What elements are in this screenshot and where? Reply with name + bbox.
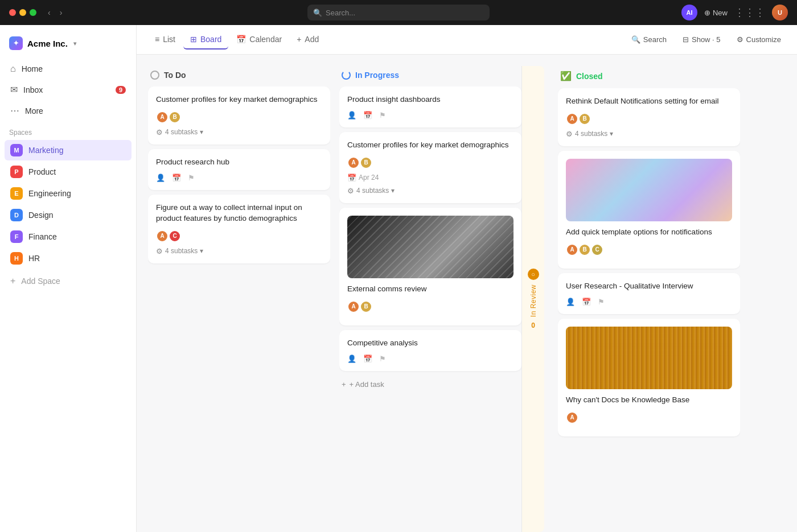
table-row[interactable]: Rethink Default Notifications setting fo…	[558, 88, 740, 146]
user-icon: 👤	[347, 111, 356, 119]
product-badge: P	[10, 166, 23, 178]
card-avatars: A B	[566, 113, 732, 125]
sidebar-item-design[interactable]: D Design	[5, 205, 132, 225]
table-row[interactable]: Customer profiles for key market demogra…	[339, 132, 521, 203]
topbar: ‹ › 🔍 Search... AI ⊕ New ⋮⋮⋮ U	[0, 0, 797, 25]
inbox-label: Inbox	[23, 85, 43, 94]
user-avatar[interactable]: U	[772, 5, 788, 20]
avatar: A	[566, 113, 578, 125]
table-row[interactable]: Product insight dashboards 👤 📅 ⚑	[339, 86, 521, 127]
calendar-icon: 📅	[582, 298, 591, 306]
column-inprogress-title: In Progress	[355, 71, 399, 80]
avatar: A	[566, 411, 578, 424]
table-row[interactable]: Add quick template options for notificat…	[558, 151, 740, 269]
board-tab-icon: ⊞	[190, 35, 197, 44]
card-title: Customer profiles for key market demogra…	[347, 140, 513, 151]
flag-icon: ⚑	[188, 174, 195, 182]
maximize-window-button[interactable]	[30, 9, 36, 16]
tab-list[interactable]: ≡ List	[148, 30, 182, 50]
card-image	[566, 327, 732, 389]
inbox-icon: ✉	[10, 84, 18, 95]
tab-calendar[interactable]: 📅 Calendar	[229, 30, 289, 50]
forward-button[interactable]: ›	[57, 7, 65, 18]
back-button[interactable]: ‹	[46, 7, 53, 18]
customize-action-icon: ⚙	[737, 35, 743, 44]
add-view-button[interactable]: + Add	[290, 30, 326, 50]
minimize-window-button[interactable]	[19, 9, 26, 16]
todo-cards-list: Customer profiles for key market demogra…	[148, 86, 330, 532]
sidebar-item-home[interactable]: ⌂ Home	[5, 59, 132, 79]
table-row[interactable]: Competitive analysis 👤 📅 ⚑	[339, 330, 521, 371]
sidebar-item-more[interactable]: ⋯ More	[5, 101, 132, 121]
table-row[interactable]: Figure out a way to collect internal inp…	[148, 195, 330, 263]
card-subtasks[interactable]: ⚙ 4 subtasks ▾	[347, 187, 513, 195]
show-action[interactable]: ⊟ Show · 5	[678, 32, 725, 47]
avatar: C	[169, 230, 181, 242]
assignee-meta: 👤	[347, 111, 356, 119]
view-toolbar: ≡ List ⊞ Board 📅 Calendar + Add �	[137, 25, 797, 55]
brand-logo[interactable]: ✦ Acme Inc. ▾	[0, 32, 136, 59]
card-subtasks[interactable]: ⚙ 4 subtasks ▾	[566, 130, 732, 138]
grid-icon[interactable]: ⋮⋮⋮	[734, 6, 765, 19]
in-review-label: In Review	[529, 284, 537, 317]
list-tab-icon: ≡	[155, 35, 159, 44]
main-layout: ✦ Acme Inc. ▾ ⌂ Home ✉ Inbox 9 ⋯ More Sp…	[0, 25, 797, 532]
flag-meta: ⚑	[379, 111, 386, 119]
in-review-count: 0	[531, 321, 535, 329]
sidebar-item-product[interactable]: P Product	[5, 162, 132, 182]
add-view-label: Add	[305, 35, 319, 44]
calendar-icon: 📅	[363, 354, 372, 363]
card-meta: 👤 📅 ⚑	[566, 298, 732, 306]
ai-button[interactable]: AI	[681, 5, 697, 20]
card-subtasks[interactable]: ⚙ 4 subtasks ▾	[156, 128, 322, 137]
date-meta: 📅	[363, 354, 372, 363]
table-row[interactable]: Customer profiles for key market demogra…	[148, 86, 330, 145]
card-title: Why can't Docs be Knowledge Base	[566, 395, 732, 406]
add-space-button[interactable]: + Add Space	[5, 272, 132, 290]
search-action[interactable]: 🔍 Search	[627, 32, 671, 47]
table-row[interactable]: Why can't Docs be Knowledge Base A	[558, 319, 740, 436]
show-action-label: Show · 5	[692, 35, 721, 44]
assignee-meta: 👤	[347, 354, 356, 363]
sidebar-item-finance[interactable]: F Finance	[5, 226, 132, 247]
flag-meta: ⚑	[598, 298, 605, 306]
column-todo-title: To Do	[164, 71, 186, 80]
customize-action[interactable]: ⚙ Customize	[732, 32, 786, 47]
add-task-button[interactable]: + + Add task	[339, 376, 521, 393]
card-title: Figure out a way to collect internal inp…	[156, 203, 322, 224]
chevron-down-icon: ▾	[200, 247, 203, 255]
list-tab-label: List	[163, 35, 175, 44]
show-action-icon: ⊟	[683, 35, 689, 44]
sidebar-item-hr[interactable]: H HR	[5, 248, 132, 269]
chevron-down-icon: ▾	[610, 130, 613, 138]
table-row[interactable]: Product research hub 👤 📅 ⚑	[148, 149, 330, 190]
flag-icon: ⚑	[598, 298, 605, 306]
new-button[interactable]: ⊕ New	[704, 9, 728, 17]
avatar: B	[360, 300, 372, 313]
date-meta: 📅	[582, 298, 591, 306]
tab-board[interactable]: ⊞ Board	[183, 30, 228, 50]
card-subtasks[interactable]: ⚙ 4 subtasks ▾	[156, 247, 322, 255]
card-meta: 👤 📅 ⚑	[347, 111, 513, 119]
finance-label: Finance	[28, 232, 57, 241]
more-label: More	[25, 106, 43, 116]
flag-icon: ⚑	[379, 111, 386, 119]
column-closed-header: ✅ Closed	[558, 66, 740, 88]
sidebar-item-marketing[interactable]: M Marketing	[5, 140, 132, 160]
board-area: To Do Customer profiles for key market d…	[137, 55, 797, 532]
sidebar-item-engineering[interactable]: E Engineering	[5, 183, 132, 204]
global-search-bar[interactable]: 🔍 Search...	[307, 5, 490, 20]
card-title: Rethink Default Notifications setting fo…	[566, 96, 732, 107]
card-meta: 👤 📅 ⚑	[347, 354, 513, 363]
flag-meta: ⚑	[379, 354, 386, 363]
avatar: B	[360, 156, 372, 169]
view-tabs: ≡ List ⊞ Board 📅 Calendar + Add	[148, 30, 625, 49]
table-row[interactable]: User Research - Qualitative Interview 👤 …	[558, 273, 740, 314]
avatar: A	[156, 230, 169, 242]
card-avatars: A B C	[566, 244, 732, 256]
sidebar-item-inbox[interactable]: ✉ Inbox 9	[5, 80, 132, 100]
engineering-label: Engineering	[28, 189, 71, 198]
close-window-button[interactable]	[9, 9, 16, 16]
assignee-meta: 👤	[156, 174, 165, 182]
table-row[interactable]: External comms review A B	[339, 208, 521, 325]
